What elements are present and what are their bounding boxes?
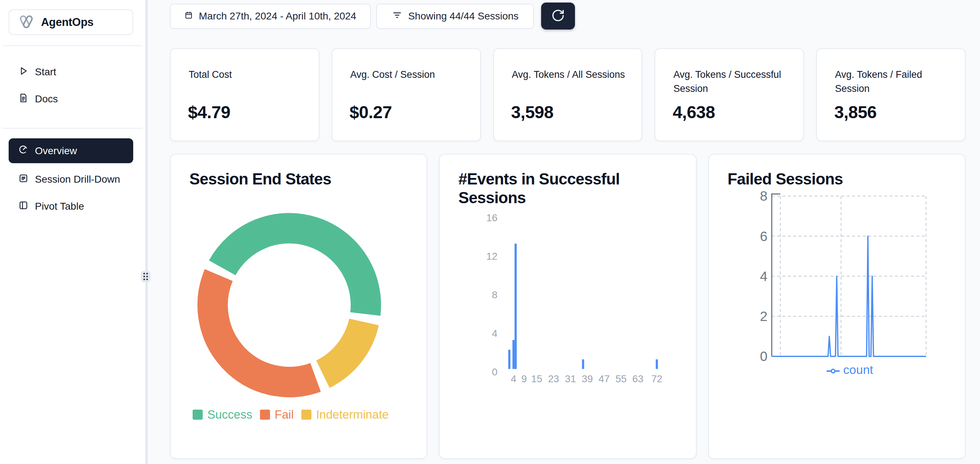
sidebar-item-label: Overview [35,145,77,157]
stat-value: $4.79 [188,102,231,122]
sidebar-item-session-drill-down[interactable]: Session Drill-Down [9,169,133,190]
sidebar-item-label: Session Drill-Down [35,174,120,185]
split-panel-icon [18,200,29,213]
sidebar-nav-main: OverviewSession Drill-DownPivot Table [9,138,133,217]
svg-text:6: 6 [760,228,767,244]
stat-card: Avg. Tokens / Failed Session3,856 [816,48,966,141]
legend-label: Fail [275,408,294,421]
svg-text:55: 55 [616,373,627,384]
app-title: AgentOps [41,16,94,29]
refresh-button[interactable] [541,3,575,30]
stat-label: Total Cost [189,68,303,82]
charts-row: Session End States SuccessFailIndetermin… [170,154,966,459]
donut-legend: SuccessFailIndeterminate [192,408,389,421]
svg-text:16: 16 [487,212,498,223]
stat-card: Total Cost$4.79 [170,48,319,141]
legend-item-indeterminate[interactable]: Indeterminate [301,408,389,421]
sidebar-item-pivot-table[interactable]: Pivot Table [9,196,133,217]
stat-value: 3,856 [834,102,877,122]
panel-session-end-states: Session End States SuccessFailIndetermin… [170,154,427,459]
sidebar-item-docs[interactable]: Docs [9,88,133,110]
date-range-button[interactable]: March 27th, 2024 - April 10th, 2024 [170,3,371,29]
play-icon [18,65,29,79]
legend-swatch [260,410,270,420]
svg-text:0: 0 [492,367,498,378]
stat-label: Avg. Tokens / All Sessions [512,68,626,82]
stat-card: Avg. Cost / Session$0.27 [332,48,481,141]
topbar: March 27th, 2024 - April 10th, 2024 Show… [170,3,966,30]
svg-text:72: 72 [651,373,662,384]
sidebar-item-overview[interactable]: Overview [9,138,133,163]
document-icon [18,92,29,106]
stat-value: 4,638 [673,102,715,122]
svg-text:9: 9 [521,373,527,384]
svg-text:4: 4 [492,328,498,339]
stat-label: Avg. Tokens / Failed Session [835,68,949,96]
stat-card: Avg. Tokens / All Sessions3,598 [493,48,643,141]
stat-value: 3,598 [511,102,554,122]
filter-lines-icon [392,10,402,23]
sessions-filter-button[interactable]: Showing 44/44 Sessions [376,3,534,29]
legend-label: Success [207,408,252,421]
sidebar-item-start[interactable]: Start [9,61,133,83]
stat-value: $0.27 [350,102,392,122]
date-range-label: March 27th, 2024 - April 10th, 2024 [199,10,356,22]
svg-text:8: 8 [492,289,498,300]
legend-swatch [192,410,203,420]
line-chart-legend[interactable]: count [772,363,928,377]
line-series-label: count [843,363,873,377]
legend-swatch [301,410,312,420]
svg-text:12: 12 [487,251,498,262]
calendar-icon [185,10,193,22]
svg-text:0: 0 [760,349,767,364]
agentops-logo-icon [18,13,35,31]
bar-chart[interactable]: 0481216491523313947556372 [440,155,695,458]
sidebar-item-label: Pivot Table [35,201,84,212]
stat-card: Avg. Tokens / Successful Session4,638 [654,48,804,141]
stat-label: Avg. Tokens / Successful Session [673,68,788,96]
line-series-marker-icon [827,363,840,377]
svg-text:15: 15 [531,373,542,384]
sidebar-divider [3,128,143,129]
svg-text:39: 39 [582,373,593,384]
stats-row: Total Cost$4.79Avg. Cost / Session$0.27A… [170,48,966,141]
legend-label: Indeterminate [316,408,389,421]
gauge-icon [18,144,29,158]
list-box-icon [18,173,29,186]
main-content: March 27th, 2024 - April 10th, 2024 Show… [148,0,980,464]
svg-text:23: 23 [548,373,559,384]
legend-item-success[interactable]: Success [192,408,252,421]
sidebar: AgentOps StartDocs OverviewSession Drill… [0,0,145,464]
panel-events-in-successful-sessions: #Events in Successful Sessions 048121649… [439,154,696,459]
svg-text:63: 63 [633,373,644,384]
svg-text:4: 4 [760,269,767,284]
sidebar-item-label: Docs [35,93,58,105]
refresh-icon [551,9,565,24]
svg-text:8: 8 [760,188,767,204]
stat-label: Avg. Cost / Session [350,68,465,82]
sidebar-item-label: Start [35,66,56,78]
svg-text:2: 2 [760,309,767,324]
panel-failed-sessions: Failed Sessions 86420 count [708,154,966,459]
line-chart[interactable]: 86420 [709,155,965,458]
svg-text:47: 47 [599,373,610,384]
legend-item-fail[interactable]: Fail [260,408,294,421]
app-logo[interactable]: AgentOps [9,10,133,35]
svg-text:31: 31 [565,373,576,384]
sidebar-nav-top: StartDocs [9,61,133,110]
sidebar-divider [3,45,143,46]
sessions-filter-label: Showing 44/44 Sessions [408,10,519,22]
svg-text:4: 4 [511,373,516,384]
